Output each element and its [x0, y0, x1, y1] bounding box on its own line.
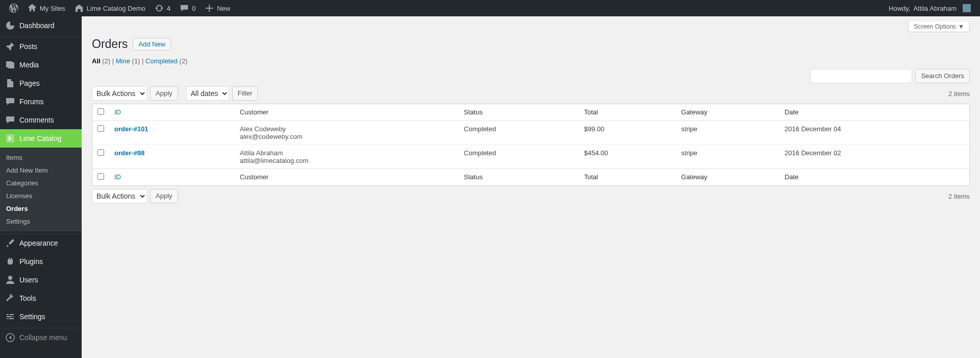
apply-button-top[interactable]: Apply	[150, 86, 178, 101]
wp-logo[interactable]	[5, 0, 22, 16]
sidebar-item-comments[interactable]: Comments	[0, 111, 82, 129]
plus-icon	[205, 4, 214, 13]
select-all-checkbox[interactable]	[97, 108, 104, 115]
customer-email: alex@codeweby.com	[240, 133, 454, 140]
pin-icon	[5, 41, 15, 52]
comment-icon	[5, 115, 15, 125]
filter-button[interactable]: Filter	[232, 86, 258, 101]
sidebar-item-pages[interactable]: Pages	[0, 74, 82, 92]
submenu-categories[interactable]: Categories	[0, 177, 82, 189]
filter-completed-count: (2)	[180, 57, 188, 65]
submenu-items[interactable]: Items	[0, 151, 82, 164]
table-foot: ID Customer Status Total Gateway Date	[92, 169, 970, 186]
cell-status: Completed	[459, 121, 579, 145]
my-sites-link[interactable]: My Sites	[23, 0, 69, 16]
page-icon	[5, 78, 15, 88]
table-row: order-#101 Alex Codewebyalex@codeweby.co…	[92, 121, 970, 145]
sidebar-item-forums[interactable]: Forums	[0, 92, 82, 111]
table-header-row: ID Customer Status Total Gateway Date	[92, 104, 970, 121]
table-head: ID Customer Status Total Gateway Date	[92, 104, 970, 121]
status-filter-links: All (2) | Mine (1) | Completed (2)	[92, 57, 970, 65]
cell-total: $454.00	[579, 145, 676, 169]
cell-status: Completed	[459, 145, 579, 169]
sidebar-label: Forums	[19, 98, 43, 106]
col-status: Status	[459, 104, 579, 121]
date-filter-select[interactable]: All dates	[186, 86, 229, 101]
filter-completed[interactable]: Completed	[145, 57, 178, 65]
dashboard-icon	[5, 20, 15, 31]
screen-options-button[interactable]: Screen Options ▼	[908, 21, 970, 32]
cell-gateway: stripe	[676, 121, 780, 145]
comment-icon	[180, 4, 189, 13]
page-title: Orders	[92, 37, 128, 51]
sidebar-label: Posts	[19, 42, 37, 51]
filter-all[interactable]: All	[92, 57, 101, 65]
orders-table: ID Customer Status Total Gateway Date or…	[92, 104, 970, 186]
submenu-settings[interactable]: Settings	[0, 215, 82, 217]
tablenav-bottom-left: Bulk Actions Apply	[92, 189, 178, 203]
bulk-actions-select-top[interactable]: Bulk Actions	[92, 86, 147, 101]
col-id-link[interactable]: ID	[114, 173, 121, 181]
sidebar-item-posts[interactable]: Posts	[0, 37, 82, 56]
col-id[interactable]: ID	[109, 169, 235, 186]
row-checkbox[interactable]	[97, 149, 104, 156]
chevron-down-icon: ▼	[958, 23, 964, 30]
row-check-cell	[92, 121, 110, 145]
howdy-link[interactable]: Howdy, Attila Abraham	[885, 0, 975, 16]
items-count-bottom: 2 items	[948, 193, 970, 200]
col-id-link[interactable]: ID	[114, 108, 121, 116]
col-total: Total	[579, 169, 676, 186]
new-link[interactable]: New	[201, 0, 234, 16]
new-label: New	[217, 5, 230, 12]
my-sites-label: My Sites	[40, 5, 65, 12]
select-all-footer	[92, 169, 110, 186]
wp-logo-icon	[9, 4, 18, 13]
add-new-button[interactable]: Add New	[133, 38, 171, 51]
filter-mine[interactable]: Mine	[116, 57, 130, 65]
items-count-top: 2 items	[948, 90, 970, 98]
tablenav-bottom: Bulk Actions Apply 2 items	[92, 189, 970, 203]
screen-options-row: Screen Options ▼	[92, 21, 970, 32]
col-gateway: Gateway	[676, 169, 780, 186]
content: Screen Options ▼ Orders Add New All (2) …	[82, 16, 980, 217]
sidebar-item-lime-catalog[interactable]: Lime Catalog	[0, 129, 82, 148]
site-name-label: Lime Catalog Demo	[87, 5, 145, 12]
submenu-licenses[interactable]: Licenses	[0, 189, 82, 202]
site-name-link[interactable]: Lime Catalog Demo	[70, 0, 150, 16]
sidebar-label: Lime Catalog	[19, 134, 62, 142]
comments-count: 0	[192, 5, 195, 12]
col-id[interactable]: ID	[109, 104, 235, 121]
comments-link[interactable]: 0	[176, 0, 200, 16]
filter-all-count: (2)	[102, 57, 110, 65]
search-button[interactable]: Search Orders	[915, 69, 970, 83]
home-icon	[75, 4, 84, 13]
col-status: Status	[459, 169, 579, 186]
updates-count: 4	[167, 5, 170, 12]
bulk-actions-select-bottom[interactable]: Bulk Actions	[92, 189, 147, 203]
sidebar-item-media[interactable]: Media	[0, 56, 82, 74]
updates-link[interactable]: 4	[151, 0, 175, 16]
submenu-add-new-item[interactable]: Add New Item	[0, 164, 82, 177]
select-all-checkbox-bottom[interactable]	[97, 173, 104, 180]
row-check-cell	[92, 145, 110, 169]
filter-mine-count: (1)	[132, 57, 140, 65]
row-checkbox[interactable]	[97, 125, 104, 132]
apply-button-bottom[interactable]: Apply	[150, 189, 178, 203]
table-body: order-#101 Alex Codewebyalex@codeweby.co…	[92, 121, 970, 169]
submenu-orders[interactable]: Orders	[0, 202, 82, 215]
sidebar-label: Dashboard	[19, 21, 55, 30]
admin-bar-left: My Sites Lime Catalog Demo 4 0 New	[5, 0, 234, 16]
order-id-link[interactable]: order-#101	[114, 125, 148, 133]
col-date: Date	[779, 169, 969, 186]
col-date: Date	[779, 104, 969, 121]
search-input[interactable]	[810, 69, 912, 83]
cell-customer: Alex Codewebyalex@codeweby.com	[235, 121, 459, 145]
sidebar: Dashboard Posts Media Pages Forums Comme…	[0, 16, 82, 217]
order-id-link[interactable]: order-#98	[114, 149, 144, 157]
home-multi-icon	[28, 4, 37, 13]
arrow-right-icon	[5, 133, 15, 144]
customer-name: Alex Codeweby	[240, 125, 454, 133]
col-gateway: Gateway	[676, 104, 780, 121]
table-footer-row: ID Customer Status Total Gateway Date	[92, 169, 970, 186]
sidebar-item-dashboard[interactable]: Dashboard	[0, 16, 82, 35]
